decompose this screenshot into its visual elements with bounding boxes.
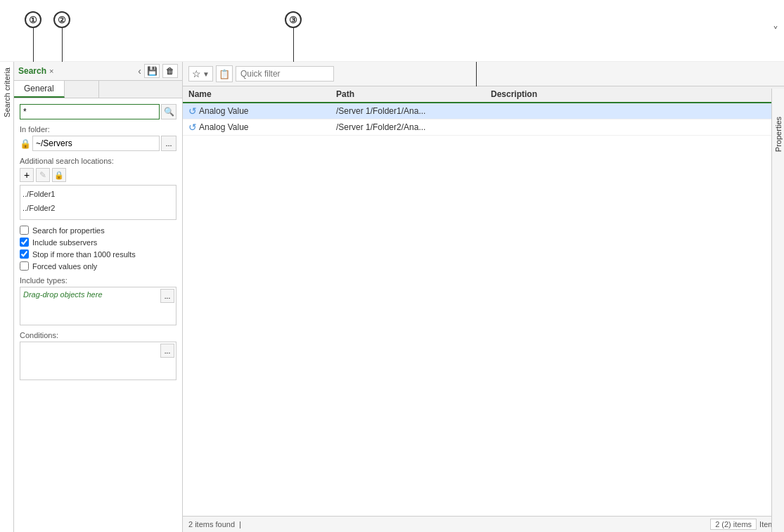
star-icon: ☆ [192, 68, 201, 79]
properties-tab-label: Properties [774, 117, 783, 152]
close-tab-btn[interactable]: × [49, 67, 53, 75]
include-types-browse-btn[interactable]: ... [160, 289, 174, 303]
col-header-name: Name [183, 89, 330, 99]
stop-if-more-checkbox[interactable] [20, 249, 29, 259]
results-table: ↺ Analog Value /Server 1/Folder1/Ana... … [183, 103, 784, 516]
annotation-circle-2: ② [53, 11, 70, 28]
table-row[interactable]: ↺ Analog Value /Server 1/Folder1/Ana... [183, 103, 784, 119]
include-subservers-label: Include subservers [32, 238, 97, 247]
table-row[interactable]: ↺ Analog Value /Server 1/Folder2/Ana... [183, 119, 784, 136]
conditions-browse-btn[interactable]: ... [160, 344, 174, 358]
delete-search-btn[interactable]: 🗑 [162, 64, 178, 78]
col-header-path: Path [330, 89, 485, 99]
row-2-icon: ↺ [188, 122, 197, 133]
row-1-name: Analog Value [199, 106, 249, 116]
items-count-badge: 2 (2) items [710, 519, 757, 530]
in-folder-browse-btn[interactable]: ... [161, 136, 176, 151]
locations-list: ../Folder1 ../Folder2 [20, 185, 176, 220]
row-1-path: /Server 1/Folder1/Ana... [330, 106, 485, 116]
search-tab[interactable]: Search [18, 66, 46, 76]
in-folder-input[interactable] [32, 136, 160, 151]
properties-side-tab[interactable]: Properties [771, 89, 784, 532]
dropdown-arrow-icon: ▼ [203, 70, 210, 78]
forced-values-checkbox[interactable] [20, 261, 29, 271]
top-bar-collapse[interactable]: ˅ [773, 24, 778, 37]
folder-lock-icon: 🔒 [20, 138, 31, 149]
search-properties-checkbox[interactable] [20, 226, 29, 235]
search-input[interactable] [20, 104, 160, 119]
tab-general[interactable]: General [14, 81, 65, 98]
search-criteria-label: Search criteria [3, 67, 11, 117]
drag-drop-text: Drag-drop objects here [23, 290, 103, 299]
forced-values-label: Forced values only [32, 262, 97, 271]
annotation-line-3 [293, 28, 294, 62]
annotation-line-2 [62, 28, 63, 62]
forced-values-row: Forced values only [20, 261, 176, 271]
status-separator: | [239, 520, 241, 528]
col-header-desc: Description [485, 89, 771, 99]
search-properties-label: Search for properties [32, 226, 105, 235]
stop-if-more-row: Stop if more than 1000 results [20, 249, 176, 259]
include-types-box: Drag-drop objects here ... [20, 287, 176, 325]
edit-location-btn[interactable]: ✎ [36, 168, 50, 182]
save-search-btn[interactable]: 💾 [144, 64, 160, 78]
conditions-box: ... [20, 342, 176, 380]
back-btn[interactable]: ‹ [138, 65, 141, 77]
toolbar-list-btn[interactable]: 📋 [216, 65, 233, 82]
search-go-btn[interactable]: 🔍 [161, 104, 176, 119]
annotation-line-1 [33, 28, 34, 62]
conditions-label: Conditions: [20, 331, 176, 339]
search-properties-row: Search for properties [20, 226, 176, 235]
in-folder-label: In folder: [20, 125, 176, 134]
favorites-btn[interactable]: ☆ ▼ [188, 66, 213, 82]
include-subservers-row: Include subservers [20, 238, 176, 247]
annotation-circle-1: ① [25, 11, 41, 28]
add-location-btn[interactable]: + [20, 168, 34, 182]
stop-if-more-label: Stop if more than 1000 results [32, 250, 136, 259]
row-2-name: Analog Value [199, 122, 249, 132]
row-1-icon: ↺ [188, 105, 197, 117]
location-item-1: ../Folder1 [23, 188, 174, 202]
tab-second[interactable] [65, 81, 99, 98]
lock-location-btn[interactable]: 🔒 [52, 168, 66, 182]
annotation-line-3-ext [476, 62, 477, 89]
additional-locations-label: Additional search locations: [20, 157, 176, 165]
include-types-label: Include types: [20, 276, 176, 285]
row-2-path: /Server 1/Folder2/Ana... [330, 122, 485, 132]
include-subservers-checkbox[interactable] [20, 238, 29, 247]
quick-filter-input[interactable] [236, 66, 334, 82]
search-criteria-tab[interactable]: Search criteria [0, 62, 14, 532]
items-found-text: 2 items found [188, 520, 235, 528]
annotation-circle-3: ③ [285, 11, 302, 28]
location-item-2: ../Folder2 [23, 202, 174, 216]
